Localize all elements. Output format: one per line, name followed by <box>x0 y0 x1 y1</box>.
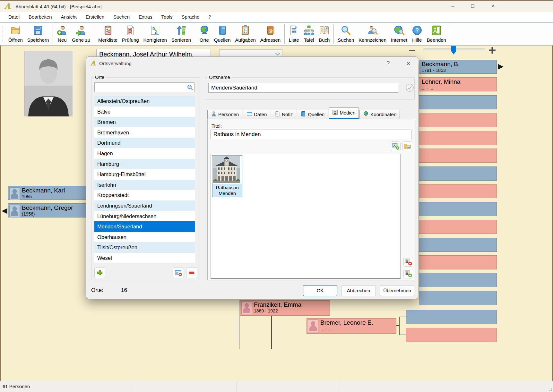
confirm-check-icon[interactable] <box>405 83 414 92</box>
place-list-item[interactable]: Tilsit/Ostpreußen <box>94 242 195 253</box>
ancestor-box[interactable]: Lehner, Minna... - ... <box>419 77 497 91</box>
titel-label: Titel: <box>212 123 222 129</box>
tab-personen[interactable]: Personen <box>207 110 242 119</box>
ok-button[interactable]: OK <box>303 285 337 296</box>
zoom-out-button[interactable]: − <box>409 44 415 57</box>
ancestor-box[interactable] <box>419 95 497 109</box>
menu-item-erstellen[interactable]: Erstellen <box>81 12 109 22</box>
menu-item-tools[interactable]: Tools <box>157 12 177 22</box>
ancestor-box[interactable] <box>419 238 497 252</box>
toolbar-button-hilfe[interactable]: ?Hilfe <box>410 23 425 45</box>
tab-quellen[interactable]: Quellen <box>297 110 328 119</box>
toolbar-button-quellen[interactable]: Quellen <box>212 23 233 45</box>
media-title-input[interactable] <box>211 130 411 139</box>
ancestor-box[interactable] <box>419 291 497 305</box>
toolbar-button-kennzeichen[interactable]: Kennzeichen <box>356 23 389 45</box>
resize-grip[interactable] <box>548 387 552 391</box>
ancestor-box[interactable] <box>419 131 497 145</box>
ancestor-box[interactable] <box>406 310 497 324</box>
toolbar-button-pruefung[interactable]: Prüfung <box>120 23 141 45</box>
toolbar-button-neu[interactable]: Neu <box>55 23 70 45</box>
tab-daten[interactable]: Daten <box>243 110 270 119</box>
ancestor-box[interactable]: Beckmann, B.1791 - 1853 <box>419 60 497 74</box>
attach-media-button[interactable] <box>403 269 413 278</box>
add-media-folder-button[interactable] <box>402 141 412 151</box>
ancestor-box[interactable] <box>419 166 497 181</box>
person-box-beckmann-karl[interactable]: Beckmann, Karl 1955 <box>8 186 86 200</box>
person-silhouette-icon <box>241 302 252 314</box>
menu-item-extras[interactable]: Extras <box>134 12 157 22</box>
close-button[interactable]: × <box>486 1 501 12</box>
cancel-button[interactable]: Abbrechen <box>341 285 376 296</box>
toolbar-button-sortieren[interactable]: Sortieren <box>169 23 193 45</box>
remove-media-button[interactable] <box>403 257 413 267</box>
place-list-item[interactable]: Allenstein/Ostpreußen <box>94 96 195 107</box>
toolbar-button-speichern[interactable]: Speichern <box>25 23 51 45</box>
toolbar-button-beenden[interactable]: Beenden <box>425 23 448 45</box>
menu-item-ansicht[interactable]: Ansicht <box>56 12 81 22</box>
place-list-item[interactable]: Lüneburg/Niedersachsen <box>94 211 195 222</box>
toolbar-button-aufgaben[interactable]: Aufgaben <box>233 23 258 45</box>
ancestor-box[interactable] <box>406 328 497 342</box>
menu-item-sprache[interactable]: Sprache <box>177 12 204 22</box>
place-list-item[interactable]: Hamburg <box>94 159 195 169</box>
ortsname-input[interactable] <box>208 83 398 93</box>
place-list-item[interactable]: Balve <box>94 107 195 117</box>
place-list-item[interactable]: Lendringsen/Sauerland <box>94 200 195 211</box>
delete-place-button[interactable] <box>186 267 197 278</box>
menu-item-hilfe[interactable]: ? <box>204 12 215 22</box>
svg-text:b: b <box>152 26 154 30</box>
maximize-button[interactable]: □ <box>465 1 480 12</box>
tab-koordinaten[interactable]: Koordinaten <box>359 110 400 119</box>
toolbar-button-adressen[interactable]: @Adressen <box>258 23 283 45</box>
toolbar-button-liste[interactable]: Liste <box>286 23 301 45</box>
ancestor-box[interactable] <box>419 184 497 198</box>
toolbar-button-tafel[interactable]: Tafel <box>301 23 316 45</box>
add-place-button[interactable] <box>94 267 105 278</box>
ancestor-box[interactable] <box>419 149 497 163</box>
orte-group-label: Orte <box>93 75 106 80</box>
minimize-button[interactable]: – <box>445 1 460 12</box>
toolbar-button-gehezu[interactable]: Gehe zu <box>70 23 92 45</box>
ancestor-box[interactable] <box>419 255 497 269</box>
toolbar-button-oeffnen[interactable]: Öffnen <box>6 23 25 45</box>
toolbar-button-suchen[interactable]: Suchen <box>335 23 356 45</box>
menu-item-datei[interactable]: Datei <box>4 12 24 22</box>
ancestor-box[interactable] <box>419 202 497 216</box>
person-box-bremer-leonore[interactable]: Bremer, Leonore E. ... - ... <box>307 318 396 334</box>
place-list-item[interactable]: Kroppenstedt <box>94 190 195 200</box>
place-list-item[interactable]: Wesel <box>94 253 195 263</box>
toolbar-button-merkliste[interactable]: Merkliste <box>96 23 120 45</box>
place-list-item[interactable]: Hamburg-Eimsbüttel <box>94 169 195 180</box>
toolbar-button-internet[interactable]: Internet <box>389 23 410 45</box>
place-list-item[interactable]: Bremerhaven <box>94 127 195 138</box>
add-media-file-button[interactable] <box>391 141 401 151</box>
ancestor-box[interactable] <box>419 220 497 234</box>
place-list-item[interactable]: Oberhausen <box>94 232 195 243</box>
menu-item-bearbeiten[interactable]: Bearbeiten <box>24 12 56 22</box>
place-list-item[interactable]: Bremen <box>94 117 195 127</box>
place-list-item[interactable]: Hagen <box>94 148 195 159</box>
toolbar-button-orte[interactable]: Orte <box>197 23 212 45</box>
expand-right-arrow-icon[interactable]: ▶ <box>498 62 504 70</box>
toolbar-button-buch[interactable]: Buch <box>316 23 332 45</box>
menu-item-suchen[interactable]: Suchen <box>109 12 134 22</box>
tab-notiz[interactable]: Notiz <box>271 110 296 119</box>
place-list-item[interactable]: Iserlohn <box>94 180 195 190</box>
tab-medien[interactable]: Medien <box>329 107 359 119</box>
place-list-item[interactable]: Dortmund <box>94 138 195 148</box>
ancestor-box[interactable] <box>419 273 497 287</box>
zoom-slider-handle[interactable] <box>451 46 456 55</box>
ancestor-box[interactable] <box>419 113 497 127</box>
apply-button[interactable]: Übernehmen <box>380 285 414 296</box>
person-box-franzikeit-emma[interactable]: Franzikeit, Emma 1869 - 1922 <box>240 300 330 316</box>
dialog-help-button[interactable]: ? <box>383 60 393 67</box>
dialog-close-button[interactable]: × <box>403 59 413 68</box>
expand-left-arrow-icon[interactable]: ◀ <box>2 207 7 214</box>
person-box-beckmann-gregor[interactable]: Beckmann, Gregor (1956) <box>8 203 86 217</box>
place-list-item[interactable]: Menden/Sauerland <box>94 221 195 232</box>
toolbar-button-korrigieren[interactable]: baKorrigieren <box>141 23 169 45</box>
media-thumbnail-rathaus[interactable]: Rathaus in Menden <box>212 155 242 197</box>
place-search-input[interactable] <box>94 82 194 92</box>
remove-unused-places-button[interactable] <box>173 267 184 278</box>
